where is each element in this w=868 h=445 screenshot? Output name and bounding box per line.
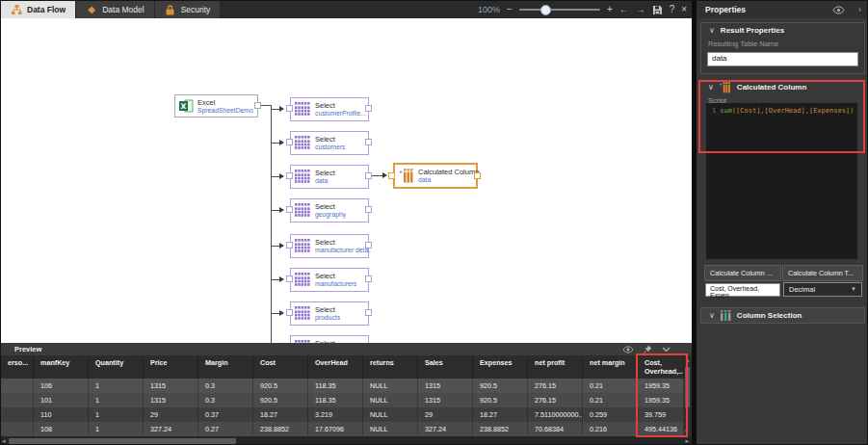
select-node-promotions[interactable]: Select promotions	[290, 335, 369, 343]
table-cell: 118.35	[308, 379, 363, 393]
visibility-eye-icon[interactable]	[832, 6, 845, 14]
select-input-port[interactable]	[286, 206, 293, 213]
table-cell: 495.44136	[638, 422, 684, 436]
close-button[interactable]: ×	[681, 1, 687, 18]
select-input-port[interactable]	[286, 172, 293, 179]
result-properties-header[interactable]: ∨ Result Properties	[701, 23, 864, 38]
undo-button[interactable]: ←	[619, 1, 629, 18]
select-node-manufacturerdeta[interactable]: Select manufacturer deta...	[290, 234, 369, 258]
tab-data-flow[interactable]: Data Flow	[1, 1, 76, 18]
code-function: sum(	[720, 107, 736, 115]
select-node-customers[interactable]: Select customers	[290, 131, 369, 155]
calc-output-port[interactable]	[474, 172, 481, 179]
resulting-table-name-input[interactable]: data	[707, 52, 858, 66]
table-cell: 920.5	[473, 393, 528, 407]
tab-security[interactable]: Security	[155, 1, 222, 18]
table-cell: 1959.35	[638, 379, 684, 393]
select-node-data[interactable]: Select data	[290, 165, 369, 189]
table-cell: 29	[144, 407, 198, 422]
table-cell: 0.21	[583, 393, 638, 407]
preview-eye-icon[interactable]	[622, 346, 634, 353]
excel-output-port[interactable]	[254, 102, 261, 109]
preview-panel: Preview erso...manfKeyQuantityPriceMargi…	[1, 343, 692, 445]
calc-input-port[interactable]	[388, 172, 395, 179]
scroll-left-icon[interactable]: ◂	[2, 436, 6, 445]
column-header[interactable]: Margin	[198, 355, 253, 379]
scroll-down-icon[interactable]: ▾	[685, 427, 689, 436]
select-output-port[interactable]	[365, 275, 372, 282]
select-node-manufacturers[interactable]: Select manufacturers	[290, 268, 369, 292]
select-input-port[interactable]	[286, 275, 293, 282]
select-input-port[interactable]	[286, 309, 293, 316]
column-header[interactable]: net margin	[583, 355, 638, 379]
help-button[interactable]: ?	[670, 1, 675, 18]
table-row[interactable]: 101113150.3920.5118.35NULL1315920.5276.1…	[1, 393, 684, 407]
column-selection-header[interactable]: ∨ Column Selection	[701, 308, 864, 323]
select-output-port[interactable]	[365, 206, 372, 213]
column-header[interactable]: Cost	[253, 355, 308, 379]
column-header[interactable]: Sales	[418, 355, 473, 379]
select-output-port[interactable]	[365, 139, 372, 145]
select-output-port[interactable]	[365, 172, 372, 179]
scrollbar-thumb[interactable]	[9, 438, 236, 444]
script-editor[interactable]: 1sum([Cost],[OverHead],[Expenses])	[706, 103, 857, 259]
column-header[interactable]: erso...	[1, 355, 34, 379]
data-flow-canvas[interactable]: X Excel SpreadSheetDemo I... + Calculate…	[1, 18, 692, 343]
redo-button[interactable]: →	[636, 1, 645, 18]
svg-text:+: +	[399, 169, 403, 174]
table-row[interactable]: 1081327.240.27238.885217.67096NULL327.24…	[1, 422, 684, 436]
column-header[interactable]: Price	[144, 355, 198, 379]
column-header[interactable]: OverHead	[308, 355, 363, 379]
scroll-up-icon[interactable]: ▴	[684, 355, 691, 365]
calculated-column-header[interactable]: ∨ + Calculated Column	[700, 80, 865, 94]
node-title: Select	[315, 305, 340, 314]
preview-collapse-icon[interactable]	[662, 347, 671, 353]
zoom-slider-thumb[interactable]	[540, 5, 551, 15]
zoom-in-button[interactable]: +	[607, 1, 613, 18]
collapse-panel-icon[interactable]: ›	[858, 5, 861, 14]
select-node-geography[interactable]: Select geography	[290, 198, 369, 222]
table-grid-icon	[295, 203, 311, 218]
select-node-customerProfile[interactable]: Select customerProfile...	[290, 97, 369, 121]
table-cell	[1, 379, 34, 393]
tab-label: Data Flow	[27, 5, 66, 14]
table-grid-icon	[295, 306, 311, 321]
table-cell: 18.27	[253, 407, 308, 422]
column-header[interactable]: returns	[363, 355, 418, 379]
node-subtitle: data	[418, 176, 474, 184]
calculate-column-name-input[interactable]: Cost, Overhead, Expen	[705, 283, 780, 297]
preview-vertical-scrollbar[interactable]: ▴ ▾	[684, 355, 691, 436]
scrollbar-thumb[interactable]	[685, 367, 690, 407]
table-cell: 920.5	[473, 379, 528, 393]
node-subtitle: manufacturers	[315, 280, 356, 288]
column-type-dropdown[interactable]: Decimal ▼	[783, 282, 862, 297]
preview-pin-icon[interactable]	[644, 345, 652, 353]
select-input-port[interactable]	[286, 105, 293, 112]
calculated-column-node[interactable]: + Calculated Column data	[393, 163, 478, 189]
preview-horizontal-scrollbar[interactable]: ◂ ▸	[1, 436, 692, 445]
select-input-port[interactable]	[286, 139, 293, 145]
calculate-column-type-header[interactable]: Calculate Column T...	[782, 265, 863, 281]
tab-data-model[interactable]: ◆ Data Model	[76, 1, 154, 18]
excel-source-node[interactable]: X Excel SpreadSheetDemo I...	[174, 94, 258, 118]
select-output-port[interactable]	[365, 242, 372, 249]
table-row[interactable]: 106113150.3920.5118.35NULL1315920.5276.1…	[1, 379, 684, 393]
table-cell	[1, 422, 34, 436]
zoom-slider[interactable]	[519, 9, 600, 11]
select-input-port[interactable]	[286, 242, 293, 249]
column-header[interactable]: Quantity	[89, 355, 144, 379]
column-header[interactable]: Expenses	[473, 355, 528, 379]
calculate-column-name-header[interactable]: Calculate Column ...	[704, 265, 781, 281]
column-header[interactable]: manfKey	[34, 355, 89, 379]
zoom-out-button[interactable]: −	[507, 1, 513, 18]
column-header[interactable]: net profit	[528, 355, 583, 379]
table-cell: 0.37	[198, 407, 253, 422]
scroll-right-icon[interactable]: ▸	[685, 436, 689, 445]
select-output-port[interactable]	[365, 105, 372, 112]
section-title: Column Selection	[737, 311, 802, 320]
select-output-port[interactable]	[365, 309, 372, 316]
select-node-products[interactable]: Select products	[290, 301, 369, 326]
save-icon[interactable]	[652, 5, 663, 15]
table-row[interactable]: 1101290.3718.273.219NULL2918.277.5110000…	[1, 407, 684, 422]
column-header[interactable]: Cost, Overhead,...	[638, 355, 684, 379]
